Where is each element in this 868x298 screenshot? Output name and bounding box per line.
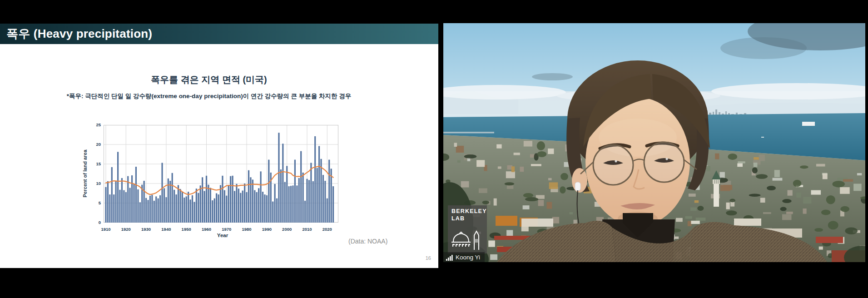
y-tick-label: 10 (88, 181, 101, 186)
x-tick-label: 1920 (118, 227, 134, 232)
x-tick-label: 1990 (259, 227, 274, 232)
x-tick-label: 1930 (139, 227, 154, 232)
x-tick-label: 1950 (179, 227, 194, 232)
watermark-text: BERKELEY (451, 208, 487, 214)
chart-plot-area (104, 125, 338, 223)
slide-header-bar: 폭우 (Heavy precipitation) (0, 24, 438, 44)
chart-title: 폭우를 겪은 지역 면적 (미국) (0, 74, 418, 86)
orange-building (496, 216, 517, 226)
video-scene (443, 23, 865, 262)
shared-slide-panel: 폭우 (Heavy precipitation) 폭우를 겪은 지역 면적 (미… (0, 24, 438, 268)
participant-name: Koong Yi (456, 254, 480, 261)
x-tick-label: 1960 (199, 227, 214, 232)
x-tick-label: 1970 (219, 227, 234, 232)
x-tick-label: 2020 (319, 227, 335, 232)
precipitation-chart (104, 125, 338, 223)
participant-video-tile: BERKELEY LAB Koong Yi (443, 23, 865, 262)
y-axis-label: Percent of land area (82, 149, 88, 197)
island-building (802, 122, 815, 126)
participant-nametag: Koong Yi (443, 252, 485, 262)
berkeley-lab-watermark: BERKELEY LAB (448, 205, 487, 253)
data-source-note: (Data: NOAA) (348, 238, 387, 245)
x-tick-label: 2000 (279, 227, 295, 232)
x-tick-label: 2010 (299, 227, 315, 232)
y-tick-label: 15 (88, 161, 101, 166)
slide-page-number: 16 (426, 255, 431, 261)
y-tick-label: 20 (88, 142, 101, 147)
earbud-icon (575, 182, 580, 191)
y-tick-label: 5 (88, 200, 101, 205)
x-tick-label: 1910 (98, 227, 114, 232)
y-tick-label: 0 (88, 220, 101, 225)
x-tick-label: 1980 (239, 227, 254, 232)
y-tick-label: 25 (88, 122, 101, 127)
slide-header-title: 폭우 (Heavy precipitation) (0, 26, 152, 42)
meeting-window: { "slide": { "header_title": "폭우 (Heavy … (0, 0, 868, 298)
chart-subtitle: *폭우: 극단적인 단일 일 강수량(extreme one-day preci… (0, 92, 418, 100)
signal-bars-icon (446, 254, 453, 261)
x-tick-label: 1940 (159, 227, 174, 232)
berkeley-lab-building-icon (451, 229, 483, 251)
bay-bridge (443, 132, 494, 134)
x-axis-label: Year (182, 233, 263, 238)
